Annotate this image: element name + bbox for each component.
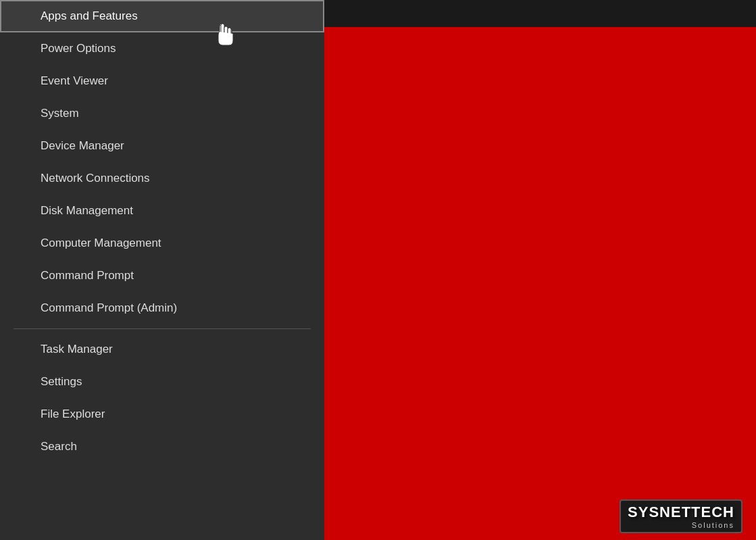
menu-item-label: Task Manager	[41, 343, 113, 356]
menu-item-label: Command Prompt	[41, 269, 134, 283]
logo-container: SYSNETTECH Solutions	[620, 499, 742, 533]
menu-item-computer-management[interactable]: Computer Management	[0, 227, 324, 260]
logo-brand: SYSNETTECH	[628, 504, 734, 521]
menu-item-task-manager[interactable]: Task Manager	[0, 333, 324, 366]
context-menu: Apps and Features Power Options Event Vi…	[0, 0, 324, 540]
menu-item-label: Network Connections	[41, 172, 150, 185]
menu-item-apps-features[interactable]: Apps and Features	[0, 0, 324, 32]
menu-item-power-options[interactable]: Power Options	[0, 32, 324, 65]
menu-item-label: Event Viewer	[41, 74, 108, 88]
menu-item-settings[interactable]: Settings	[0, 366, 324, 398]
menu-item-device-manager[interactable]: Device Manager	[0, 130, 324, 162]
menu-item-search[interactable]: Search	[0, 431, 324, 463]
menu-item-label: Apps and Features	[41, 9, 138, 23]
menu-item-event-viewer[interactable]: Event Viewer	[0, 65, 324, 97]
menu-item-label: Device Manager	[41, 139, 124, 153]
logo-badge: SYSNETTECH Solutions	[620, 499, 742, 533]
menu-item-disk-management[interactable]: Disk Management	[0, 195, 324, 227]
menu-item-label: Search	[41, 440, 77, 453]
menu-item-label: Computer Management	[41, 237, 161, 250]
menu-item-system[interactable]: System	[0, 97, 324, 130]
menu-item-file-explorer[interactable]: File Explorer	[0, 398, 324, 431]
menu-item-network-connections[interactable]: Network Connections	[0, 162, 324, 195]
menu-item-label: File Explorer	[41, 408, 105, 421]
menu-item-label: System	[41, 107, 79, 120]
menu-item-label: Power Options	[41, 42, 116, 55]
menu-item-label: Command Prompt (Admin)	[41, 301, 177, 315]
menu-item-label: Disk Management	[41, 204, 133, 218]
menu-item-command-prompt[interactable]: Command Prompt	[0, 260, 324, 292]
menu-divider	[14, 328, 311, 329]
logo-sub: Solutions	[628, 521, 734, 529]
menu-item-command-prompt-admin[interactable]: Command Prompt (Admin)	[0, 292, 324, 324]
menu-item-label: Settings	[41, 375, 82, 389]
